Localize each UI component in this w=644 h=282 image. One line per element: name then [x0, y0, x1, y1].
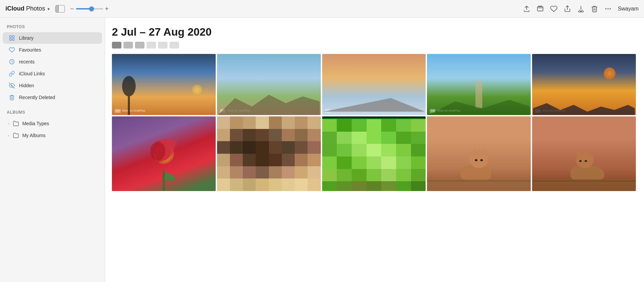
heart-icon: [8, 46, 16, 54]
main-layout: Photos Library Favourites recents: [0, 18, 644, 282]
content-header: 2 Jul – 27 Aug 2020: [112, 26, 636, 49]
svg-marker-14: [428, 100, 530, 115]
sidebar-item-recents[interactable]: recents: [3, 56, 102, 68]
media-types-chevron: ›: [8, 121, 9, 126]
content-area: 2 Jul – 27 Aug 2020 OA Shot on OnePlus: [105, 18, 644, 282]
svg-point-1: [608, 8, 608, 9]
brand-photos: Photos: [26, 5, 45, 12]
photo-5[interactable]: OA Shot on OnePlus: [532, 54, 636, 115]
my-albums-label: My Albums: [22, 133, 45, 138]
svg-marker-15: [533, 103, 635, 115]
clock-icon: [8, 58, 16, 65]
albums-icon[interactable]: [536, 5, 544, 13]
sidebar: Photos Library Favourites recents: [0, 18, 105, 282]
library-label: Library: [19, 35, 34, 41]
view-btn-4[interactable]: [147, 42, 156, 49]
user-name[interactable]: Swayam: [618, 6, 639, 12]
sidebar-item-recently-deleted[interactable]: Recently Deleted: [3, 92, 102, 103]
delete-icon[interactable]: [591, 5, 598, 13]
recently-deleted-label: Recently Deleted: [19, 95, 55, 100]
trash-icon: [8, 94, 16, 101]
sidebar-toggle-button[interactable]: [55, 5, 65, 13]
eye-off-icon: [8, 82, 16, 89]
topbar-left: iCloud Photos ▾ − +: [5, 5, 109, 13]
zoom-slider[interactable]: [76, 8, 103, 10]
view-btn-6[interactable]: [170, 42, 179, 49]
sidebar-item-icloud-links[interactable]: iCloud Links: [3, 68, 102, 79]
photo-row-1: OA Shot on OnePlus OA Shot on OnePlus: [112, 54, 636, 115]
zoom-controls: − +: [70, 6, 109, 12]
photo-2[interactable]: OA Shot on OnePlus: [217, 54, 321, 115]
photo-7[interactable]: [217, 116, 321, 191]
svg-marker-12: [218, 95, 320, 115]
photo-4[interactable]: OA Shot on OnePlus: [427, 54, 531, 115]
folder-icon-media: [12, 120, 20, 127]
photos-section-label: Photos: [0, 23, 105, 32]
photo-3[interactable]: OA Shot on OnePlus: [322, 54, 426, 115]
download-icon[interactable]: [577, 5, 585, 13]
sidebar-item-library[interactable]: Library: [3, 32, 102, 44]
view-btn-3[interactable]: [135, 42, 144, 49]
photo-8[interactable]: [322, 116, 426, 191]
svg-point-11: [122, 76, 136, 96]
folder-icon-albums: [12, 132, 20, 139]
hidden-label: Hidden: [19, 83, 34, 88]
photo-row-2: [112, 116, 636, 191]
zoom-out-button[interactable]: −: [70, 6, 74, 12]
sidebar-item-my-albums[interactable]: › My Albums: [3, 130, 102, 141]
topbar: iCloud Photos ▾ − +: [0, 0, 644, 18]
my-albums-chevron: ›: [8, 133, 9, 137]
photo-6[interactable]: [112, 116, 216, 191]
recents-label: recents: [19, 59, 35, 64]
svg-rect-7: [13, 39, 14, 40]
zoom-thumb: [89, 6, 94, 11]
link-icon: [8, 70, 16, 77]
svg-rect-4: [9, 36, 11, 37]
sidebar-item-hidden[interactable]: Hidden: [3, 80, 102, 91]
brand-icloud: iCloud: [5, 5, 24, 12]
photo-10[interactable]: [532, 116, 636, 191]
favourites-label: Favourites: [19, 47, 41, 53]
albums-section-label: Albums: [0, 109, 105, 117]
svg-rect-0: [537, 6, 543, 11]
icloud-links-label: iCloud Links: [19, 71, 45, 76]
photo-9[interactable]: [427, 116, 531, 191]
sidebar-toggle-left: [56, 5, 59, 12]
more-icon[interactable]: [604, 5, 612, 13]
sidebar-item-media-types[interactable]: › Media Types: [3, 118, 102, 129]
view-btn-2[interactable]: [123, 42, 133, 49]
grid-icon: [8, 34, 16, 42]
svg-point-3: [605, 8, 606, 9]
media-types-label: Media Types: [22, 121, 49, 126]
view-controls: [112, 42, 636, 49]
view-btn-5[interactable]: [158, 42, 168, 49]
app-title-chevron: ▾: [47, 6, 50, 12]
date-range-title: 2 Jul – 27 Aug 2020: [112, 26, 636, 38]
svg-point-2: [610, 8, 610, 9]
sidebar-item-favourites[interactable]: Favourites: [3, 44, 102, 56]
favorite-icon[interactable]: [550, 5, 558, 13]
svg-rect-5: [13, 36, 14, 37]
upload-icon[interactable]: [523, 5, 530, 13]
topbar-right: Swayam: [523, 5, 639, 13]
share-icon[interactable]: [564, 5, 571, 13]
photo-1[interactable]: OA Shot on OnePlus: [112, 54, 216, 115]
svg-marker-13: [323, 98, 425, 112]
svg-rect-6: [9, 39, 11, 40]
app-title[interactable]: iCloud Photos ▾: [5, 5, 50, 12]
zoom-in-button[interactable]: +: [105, 6, 109, 12]
sidebar-toggle-right: [59, 5, 64, 12]
view-btn-1[interactable]: [112, 42, 121, 49]
albums-section: Albums › Media Types › My Albums: [0, 109, 105, 141]
